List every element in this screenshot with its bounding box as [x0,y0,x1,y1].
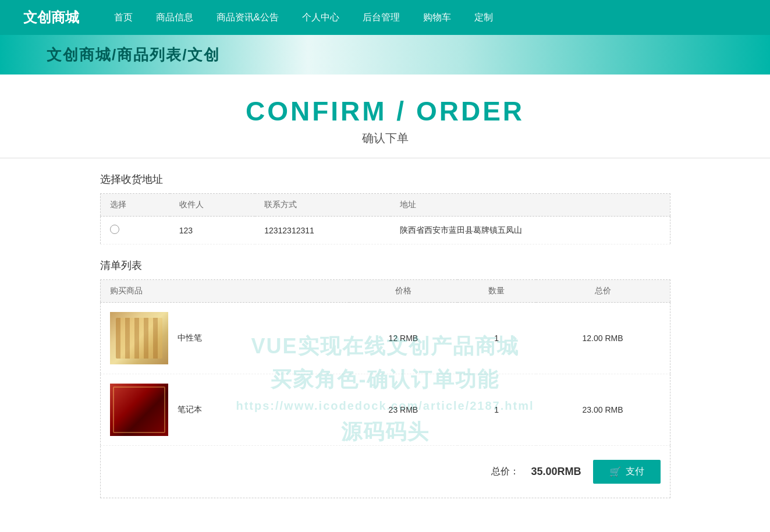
cart-row-pen: 中性笔 12 RMB 1 12.00 RMB [100,303,670,374]
cart-price-pen: 12 RMB [349,303,457,374]
address-col-name: 收件人 [170,194,255,217]
address-addr: 陕西省西安市蓝田县葛牌镇五凤山 [391,217,670,244]
title-divider [0,158,770,158]
nav-admin[interactable]: 后台管理 [363,12,400,24]
page-title-area: CONFIRM / ORDER 确认下单 [0,75,770,152]
cart-row-notebook: 笔记本 23 RMB 1 23.00 RMB [100,374,670,446]
brand-logo[interactable]: 文创商城 [23,8,79,27]
product-image-notebook [110,384,168,436]
nav-products[interactable]: 商品信息 [156,12,193,24]
total-row: 总价： 35.00RMB 🛒 支付 [100,446,670,498]
address-table: 选择 收件人 联系方式 地址 123 12312312311 陕西省西安市蓝田县… [100,193,670,244]
address-section-title: 选择收货地址 [100,172,670,186]
address-col-addr: 地址 [391,194,670,217]
page-title-zh: 确认下单 [0,130,770,146]
nav-news[interactable]: 商品资讯&公告 [217,12,279,24]
product-cell-notebook: 笔记本 [110,384,340,436]
total-label: 总价： [491,466,519,478]
address-row: 123 12312312311 陕西省西安市蓝田县葛牌镇五凤山 [100,217,670,244]
cart-icon: 🛒 [609,466,621,477]
product-cell-pen: 中性笔 [110,312,340,364]
cart-price-notebook: 23 RMB [349,374,457,446]
cart-qty-notebook: 1 [457,374,536,446]
banner-text: 文创商城/商品列表/文创 [47,45,220,65]
cart-total-pen: 12.00 RMB [536,303,670,374]
cart-col-total: 总价 [536,280,670,303]
address-select-cell[interactable] [100,217,170,244]
nav-home[interactable]: 首页 [114,12,133,24]
main-content: 选择收货地址 选择 收件人 联系方式 地址 123 12312312311 [100,172,670,532]
cart-col-price: 价格 [349,280,457,303]
banner-strip: 文创商城/商品列表/文创 [0,35,770,75]
address-col-select: 选择 [100,194,170,217]
nav-cart[interactable]: 购物车 [423,12,451,24]
cart-col-product: 购买商品 [100,280,349,303]
cart-qty-pen: 1 [457,303,536,374]
address-name: 123 [170,217,255,244]
page-title-en: CONFIRM / ORDER [0,95,770,127]
pay-button[interactable]: 🛒 支付 [593,460,661,484]
cart-col-quantity: 数量 [457,280,536,303]
cart-product-cell-notebook: 笔记本 [100,374,349,446]
product-name-notebook: 笔记本 [178,405,202,415]
cart-product-cell-pen: 中性笔 [100,303,349,374]
cart-section-title: 清单列表 [100,258,670,272]
address-watermark-area: 选择 收件人 联系方式 地址 123 12312312311 陕西省西安市蓝田县… [100,193,670,244]
main-nav: 首页 商品信息 商品资讯&公告 个人中心 后台管理 购物车 定制 [114,12,493,24]
address-phone: 12312312311 [255,217,391,244]
product-name-pen: 中性笔 [178,333,202,343]
cart-total-notebook: 23.00 RMB [536,374,670,446]
total-amount: 35.00RMB [531,466,581,478]
nav-profile[interactable]: 个人中心 [302,12,339,24]
cart-table: 购买商品 价格 数量 总价 中性笔 12 RMB 1 [100,279,670,446]
pay-button-label: 支付 [626,466,644,478]
product-image-pen [110,312,168,364]
nav-custom[interactable]: 定制 [474,12,493,24]
cart-watermark-area: VUE实现在线文创产品商城 买家角色-确认订单功能 https://www.ic… [100,279,670,498]
address-radio[interactable] [110,225,119,234]
address-col-phone: 联系方式 [255,194,391,217]
navbar: 文创商城 首页 商品信息 商品资讯&公告 个人中心 后台管理 购物车 定制 [0,0,770,35]
